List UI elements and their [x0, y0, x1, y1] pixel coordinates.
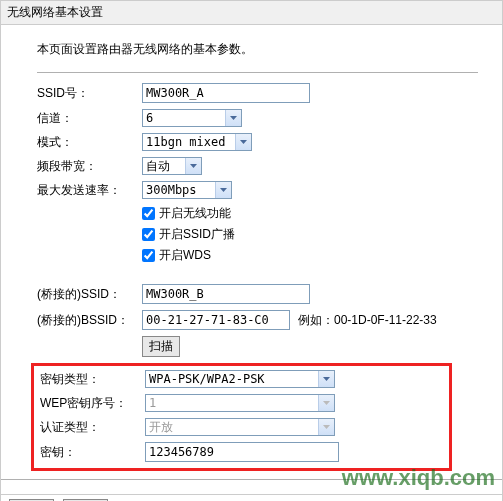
auth-type-select: 开放	[145, 418, 335, 436]
chevron-down-icon	[318, 371, 334, 387]
maxrate-label: 最大发送速率：	[37, 182, 142, 199]
maxrate-select[interactable]: 300Mbps	[142, 181, 232, 199]
svg-marker-0	[230, 116, 237, 120]
enable-ssid-broadcast-label: 开启SSID广播	[159, 226, 235, 243]
auth-type-label: 认证类型：	[40, 419, 145, 436]
bridge-ssid-label: (桥接的)SSID：	[37, 286, 142, 303]
chevron-down-icon	[235, 134, 251, 150]
mode-label: 模式：	[37, 134, 142, 151]
svg-marker-4	[323, 377, 330, 381]
chevron-down-icon	[185, 158, 201, 174]
key-type-select[interactable]: WPA-PSK/WPA2-PSK	[145, 370, 335, 388]
chevron-down-icon	[318, 395, 334, 411]
divider	[37, 72, 478, 73]
svg-marker-1	[240, 140, 247, 144]
button-bar: 保 存 帮 助	[0, 495, 503, 501]
channel-label: 信道：	[37, 110, 142, 127]
bandwidth-select[interactable]: 自动	[142, 157, 202, 175]
mode-select[interactable]: 11bgn mixed	[142, 133, 252, 151]
bandwidth-label: 频段带宽：	[37, 158, 142, 175]
enable-wireless-checkbox[interactable]	[142, 207, 155, 220]
svg-marker-2	[190, 164, 197, 168]
wep-index-label: WEP密钥序号：	[40, 395, 145, 412]
svg-marker-6	[323, 425, 330, 429]
chevron-down-icon	[225, 110, 241, 126]
svg-marker-3	[220, 188, 227, 192]
channel-select[interactable]: 6	[142, 109, 242, 127]
description-text: 本页面设置路由器无线网络的基本参数。	[37, 41, 478, 58]
ssid-label: SSID号：	[37, 85, 142, 102]
bridge-ssid-input[interactable]	[142, 284, 310, 304]
panel-title: 无线网络基本设置	[0, 0, 503, 25]
enable-wds-checkbox[interactable]	[142, 249, 155, 262]
key-label: 密钥：	[40, 444, 145, 461]
key-input[interactable]	[145, 442, 339, 462]
highlight-box: 密钥类型： WPA-PSK/WPA2-PSK WEP密钥序号： 1 认证类型：	[31, 363, 452, 471]
key-type-label: 密钥类型：	[40, 371, 145, 388]
chevron-down-icon	[215, 182, 231, 198]
content-area: 本页面设置路由器无线网络的基本参数。 SSID号： 信道： 6 模式： 11bg…	[0, 25, 503, 495]
enable-ssid-broadcast-checkbox[interactable]	[142, 228, 155, 241]
chevron-down-icon	[318, 419, 334, 435]
divider	[1, 479, 502, 480]
scan-button[interactable]: 扫描	[142, 336, 180, 357]
enable-wds-label: 开启WDS	[159, 247, 211, 264]
svg-marker-5	[323, 401, 330, 405]
enable-wireless-label: 开启无线功能	[159, 205, 231, 222]
bssid-example-text: 例如：00-1D-0F-11-22-33	[298, 312, 437, 329]
bridge-bssid-input[interactable]	[142, 310, 290, 330]
bridge-bssid-label: (桥接的)BSSID：	[37, 312, 142, 329]
ssid-input[interactable]	[142, 83, 310, 103]
wep-index-select: 1	[145, 394, 335, 412]
